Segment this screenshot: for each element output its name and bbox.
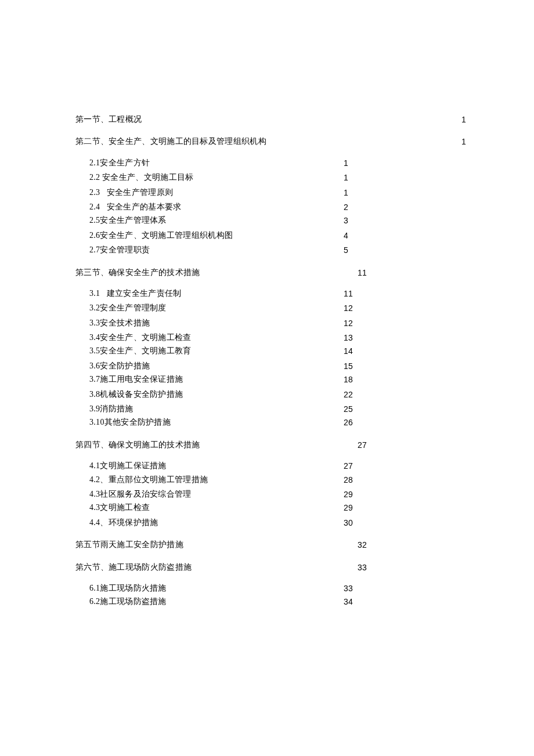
toc-label: 4.2、重点部位文明施工管理措施	[89, 473, 208, 486]
toc-item: 2.2 安全生产、文明施工目标1	[75, 171, 459, 184]
toc-label: 3.6安全防护措施	[89, 360, 150, 372]
toc-page-number: 27	[358, 439, 367, 451]
toc-label: 2.2 安全生产、文明施工目标	[89, 171, 194, 184]
toc-page-number: 34	[344, 595, 353, 608]
toc-label: 3.8机械设备安全防护措施	[89, 388, 183, 401]
toc-item: 3.6安全防护措施15	[75, 360, 459, 372]
toc-label: 第二节、安全生产、文明施工的目标及管理组织机构	[75, 135, 266, 148]
toc-label: 2.3 安全生产管理原则	[89, 186, 173, 199]
toc-page-number: 30	[344, 516, 353, 529]
toc-label: 3.3安全技术措施	[89, 317, 150, 330]
toc-item: 2.1安全生产方针1	[75, 157, 459, 169]
toc-section: 第一节、工程概况1	[75, 113, 459, 126]
toc-page-number: 12	[344, 317, 353, 330]
toc-label: 4.1文明施工保证措施	[89, 460, 167, 472]
toc-label: 第五节雨天施工安全防护措施	[75, 538, 183, 551]
toc-label: 3.7施工用电安全保证措施	[89, 373, 183, 386]
toc-page-number: 1	[461, 113, 466, 126]
toc-section: 第五节雨天施工安全防护措施32	[75, 538, 459, 551]
toc-page-number: 32	[358, 538, 367, 551]
toc-label: 3.5安全生产、文明施工教育	[89, 345, 192, 357]
toc-section: 第三节、确保安全生产的技术措施11	[75, 266, 459, 279]
toc-label: 3.9消防措施	[89, 403, 134, 415]
toc-page: 第一节、工程概况1第二节、安全生产、文明施工的目标及管理组织机构12.1安全生产…	[0, 0, 534, 755]
toc-label: 4.3社区服务及治安综合管理	[89, 488, 192, 501]
toc-label: 第三节、确保安全生产的技术措施	[75, 266, 200, 279]
toc-label: 4.3文明施工检查	[89, 501, 150, 514]
toc-page-number: 28	[344, 473, 353, 486]
toc-item: 2.6安全生产、文明施工管理组织机构图4	[75, 229, 459, 242]
toc-section: 第四节、确保文明施工的技术措施27	[75, 439, 459, 451]
toc-label: 3.1 建立安全生产责任制	[89, 287, 182, 300]
toc-item: 3.4安全生产、文明施工检查13	[75, 331, 459, 344]
toc-item: 4.3社区服务及治安综合管理29	[75, 488, 459, 501]
toc-label: 第一节、工程概况	[75, 113, 142, 126]
toc-item: 3.7施工用电安全保证措施18	[75, 373, 459, 386]
toc-label: 第四节、确保文明施工的技术措施	[75, 439, 200, 451]
toc-item: 3.10其他安全防护措施26	[75, 416, 459, 429]
toc-item: 3.5安全生产、文明施工教育14	[75, 345, 459, 357]
toc-item: 6.2施工现场防盗措施34	[75, 595, 459, 608]
toc-page-number: 1	[344, 157, 348, 169]
toc-page-number: 18	[344, 373, 353, 386]
toc-page-number: 15	[344, 360, 353, 372]
toc-page-number: 33	[358, 561, 367, 574]
toc-page-number: 29	[344, 488, 353, 501]
toc-label: 4.4、环境保护措施	[89, 516, 158, 529]
toc-label: 2.4 安全生产的基本要求	[89, 201, 182, 214]
toc-item: 4.2、重点部位文明施工管理措施28	[75, 473, 459, 486]
toc-item: 3.9消防措施25	[75, 403, 459, 415]
toc-page-number: 5	[344, 244, 348, 256]
toc-label: 3.4安全生产、文明施工检查	[89, 331, 192, 344]
toc-page-number: 2	[344, 201, 348, 214]
toc-item: 2.4 安全生产的基本要求2	[75, 201, 459, 214]
toc-page-number: 26	[344, 416, 353, 429]
toc-section: 第二节、安全生产、文明施工的目标及管理组织机构1	[75, 135, 459, 148]
toc-label: 2.5安全生产管理体系	[89, 214, 167, 227]
toc-page-number: 13	[344, 331, 353, 344]
toc-section: 第六节、施工现场防火防盗措施33	[75, 561, 459, 574]
toc-label: 3.2安全生产管理制度	[89, 302, 167, 314]
toc-page-number: 11	[358, 266, 367, 279]
toc-item: 6.1施工现场防火措施33	[75, 582, 459, 595]
toc-label: 3.10其他安全防护措施	[89, 416, 171, 429]
toc-page-number: 27	[344, 460, 353, 472]
toc-page-number: 1	[344, 171, 348, 184]
toc-page-number: 11	[344, 287, 353, 300]
toc-page-number: 12	[344, 302, 353, 314]
toc-item: 2.5安全生产管理体系3	[75, 214, 459, 227]
toc-page-number: 33	[344, 582, 353, 595]
toc-label: 第六节、施工现场防火防盗措施	[75, 561, 192, 574]
toc-page-number: 1	[344, 186, 348, 199]
toc-label: 6.2施工现场防盗措施	[89, 595, 167, 608]
toc-item: 3.2安全生产管理制度12	[75, 302, 459, 314]
toc-item: 3.1 建立安全生产责任制11	[75, 287, 459, 300]
toc-item: 4.3文明施工检查29	[75, 501, 459, 514]
toc-item: 2.3 安全生产管理原则1	[75, 186, 459, 199]
toc-page-number: 14	[344, 345, 353, 357]
toc-page-number: 3	[344, 214, 348, 227]
toc-item: 3.8机械设备安全防护措施22	[75, 388, 459, 401]
toc-label: 2.6安全生产、文明施工管理组织机构图	[89, 229, 233, 242]
toc-page-number: 25	[344, 403, 353, 415]
toc-page-number: 29	[344, 501, 353, 514]
toc-page-number: 1	[461, 135, 466, 148]
toc-item: 4.4、环境保护措施30	[75, 516, 459, 529]
toc-page-number: 22	[344, 388, 353, 401]
toc-page-number: 4	[344, 229, 348, 242]
toc-item: 2.7安全管理职责5	[75, 244, 459, 256]
toc-label: 2.1安全生产方针	[89, 157, 150, 169]
toc-label: 6.1施工现场防火措施	[89, 582, 167, 595]
toc-item: 3.3安全技术措施12	[75, 317, 459, 330]
toc-item: 4.1文明施工保证措施27	[75, 460, 459, 472]
toc-label: 2.7安全管理职责	[89, 244, 150, 256]
